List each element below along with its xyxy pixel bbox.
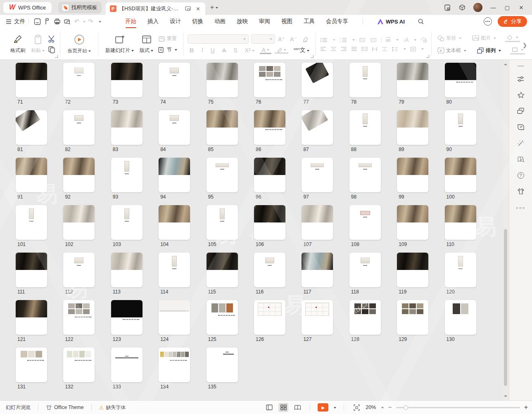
fill-color-button[interactable] (505, 34, 520, 42)
slide-thumbnail-117[interactable] (302, 253, 333, 287)
theme-button[interactable]: Office Theme (46, 405, 84, 410)
tab-member[interactable]: 会员专享 (326, 18, 348, 25)
numbered-list-icon[interactable]: 12 (340, 38, 347, 43)
slide-thumbnail-125[interactable] (207, 300, 238, 335)
tab-review[interactable]: 审阅 (259, 18, 270, 25)
special-effects-star-icon[interactable] (516, 90, 525, 99)
row-spacing-icon[interactable] (382, 47, 387, 52)
slide-thumbnail-88[interactable] (349, 110, 381, 145)
tab-document[interactable]: P 【HSD琚宾】建业巩义-深化方 ✕ (106, 2, 205, 15)
slide-thumbnail-119[interactable] (397, 253, 428, 287)
highlight-icon[interactable] (275, 47, 288, 54)
quickbar-customize-chevron-icon[interactable] (99, 21, 101, 24)
slide-thumbnail-72[interactable] (63, 63, 95, 97)
slide-thumbnail-132[interactable] (63, 348, 95, 382)
slide-thumbnail-85[interactable] (207, 110, 238, 145)
slide-thumbnail-79[interactable] (397, 63, 428, 97)
slide-thumbnail-76[interactable] (254, 63, 285, 97)
missing-fonts-button[interactable]: ⚠ 缺失字体 (99, 404, 126, 411)
slideshow-play-button[interactable]: ▶ (318, 403, 328, 412)
print-icon[interactable] (52, 17, 62, 26)
close-window-button[interactable]: ✕ (518, 5, 525, 11)
slide-thumbnail-116[interactable] (254, 253, 285, 287)
new-tab-button[interactable]: + (210, 3, 214, 12)
bullet-list-icon[interactable] (320, 38, 328, 43)
undo-icon[interactable]: ↶ (72, 17, 82, 26)
tab-list-chevron-icon[interactable] (216, 7, 218, 10)
play-from-current-button[interactable]: 当页开始 (64, 33, 94, 55)
slide-thumbnail-71[interactable] (16, 63, 47, 97)
char-spacing-icon[interactable]: ab (386, 37, 391, 43)
slide-thumbnail-135[interactable] (207, 348, 238, 382)
slide-thumbnail-92[interactable] (63, 158, 95, 192)
slide-thumbnail-101[interactable] (16, 205, 47, 240)
undo-chevron-icon[interactable] (83, 21, 86, 24)
column-spacing-icon[interactable] (372, 47, 378, 52)
vertical-distribute-icon[interactable] (410, 47, 416, 52)
slide-thumbnail-95[interactable] (207, 158, 238, 192)
slide-thumbnail-108[interactable] (349, 205, 381, 240)
increase-font-icon[interactable]: A⁺ (276, 36, 287, 43)
paste-button[interactable]: 粘贴 (28, 33, 48, 55)
superscript-icon[interactable]: X² (243, 47, 256, 54)
slide-thumbnail-82[interactable] (63, 110, 95, 145)
print-preview-icon[interactable] (62, 17, 72, 26)
slide-thumbnail-86[interactable] (254, 110, 285, 145)
tab-home[interactable]: 开始 (125, 18, 136, 25)
mobile-sync-icon[interactable] (444, 4, 451, 11)
search-icon[interactable] (416, 17, 426, 26)
zoom-level-label[interactable]: 20% (366, 405, 376, 410)
user-avatar[interactable] (473, 3, 482, 12)
vertical-scrollbar-thumb[interactable] (504, 229, 507, 386)
shadow-icon[interactable]: S (231, 47, 239, 54)
slide-thumbnail-118[interactable] (349, 253, 381, 287)
play-options-chevron-icon[interactable] (334, 407, 336, 410)
copy-icon[interactable] (48, 45, 56, 54)
italic-icon[interactable]: I (199, 47, 205, 54)
more-tools-icon[interactable]: ○○○ (516, 203, 525, 212)
slide-thumbnail-96[interactable] (254, 158, 285, 192)
placeholder-icon[interactable] (420, 37, 427, 43)
slide-thumbnail-114[interactable] (159, 253, 190, 287)
font-dialog-launcher[interactable] (311, 55, 314, 58)
line-spacing-icon[interactable] (392, 47, 398, 52)
smart-tools-wand-icon[interactable] (516, 139, 525, 148)
slide-thumbnail-84[interactable] (159, 110, 190, 145)
slide-thumbnail-129[interactable] (397, 300, 428, 335)
font-size-select[interactable] (251, 34, 275, 44)
zoom-slider-thumb[interactable] (404, 405, 408, 410)
slide-thumbnail-126[interactable] (254, 300, 285, 335)
align-left-icon[interactable] (320, 47, 326, 51)
align-center-icon[interactable] (330, 47, 337, 51)
app-home-button[interactable]: W WPS Office (3, 2, 52, 13)
cut-icon[interactable] (48, 35, 56, 43)
export-pdf-icon[interactable] (42, 17, 52, 26)
format-painter-button[interactable]: 格式刷 (7, 33, 28, 55)
close-tab-icon[interactable]: ✕ (195, 5, 202, 12)
tab-slideshow[interactable]: 放映 (237, 18, 248, 25)
tab-tools[interactable]: 工具 (304, 18, 315, 25)
tab-docer-templates[interactable]: 找稻壳模板 (58, 2, 102, 13)
slide-thumbnail-94[interactable] (159, 158, 190, 192)
zoom-out-button[interactable]: − (388, 404, 392, 411)
slide-thumbnail-133[interactable] (111, 348, 142, 382)
layout-button[interactable]: 版式 (137, 33, 156, 55)
slide-thumbnail-78[interactable] (349, 63, 381, 97)
slide-thumbnail-103[interactable] (111, 205, 142, 240)
phonetic-guide-icon[interactable]: wén文 (292, 47, 311, 54)
slide-thumbnail-89[interactable] (397, 110, 428, 145)
help-icon[interactable]: ? (516, 171, 525, 180)
new-slide-button[interactable]: 新建幻灯片 (102, 33, 137, 55)
slide-thumbnail-107[interactable] (302, 205, 333, 240)
switch-slides-icon[interactable] (516, 106, 525, 116)
slide-thumbnail-115[interactable] (207, 253, 238, 287)
slide-sorter-view-icon[interactable] (278, 403, 288, 412)
slide-thumbnail-81[interactable] (16, 110, 47, 145)
slide-thumbnail-130[interactable] (445, 300, 476, 335)
decrease-font-icon[interactable]: A⁻ (288, 36, 299, 43)
wps-ai-button[interactable]: WPS AI (378, 19, 405, 25)
skin-tshirt-icon[interactable] (516, 187, 525, 196)
zoom-chevron-icon[interactable] (381, 407, 384, 410)
paragraph-dialog-launcher[interactable] (426, 55, 429, 58)
slide-thumbnail-97[interactable] (302, 158, 333, 192)
